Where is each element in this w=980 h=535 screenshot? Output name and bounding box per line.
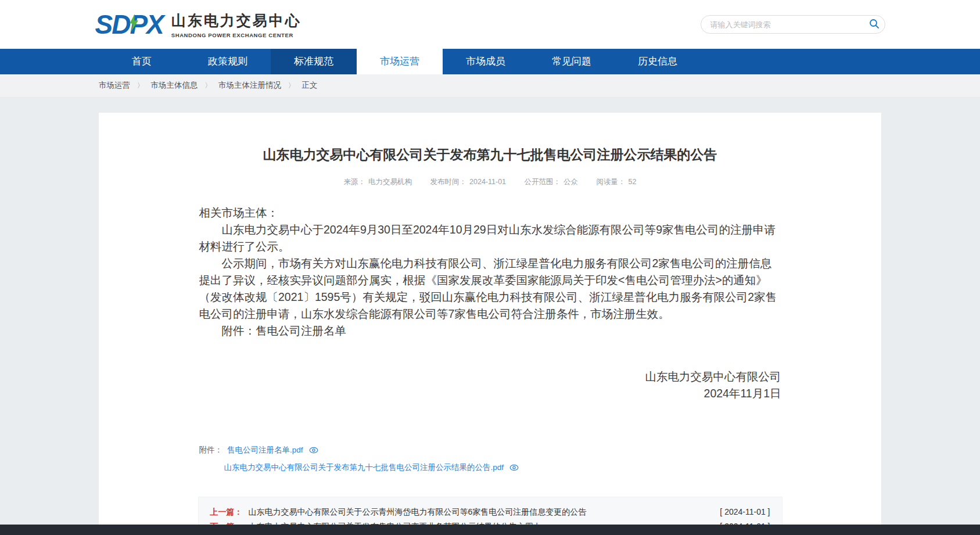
nav-item-home[interactable]: 首页 <box>99 49 185 74</box>
attachment-row: 附件： 售电公司注册名单.pdf <box>199 444 781 456</box>
breadcrumb-separator: 〉 <box>288 81 295 89</box>
article-title: 山东电力交易中心有限公司关于发布第九十七批售电公司注册公示结果的公告 <box>99 145 881 164</box>
nav-item-faq[interactable]: 常见问题 <box>529 49 615 74</box>
breadcrumb: 市场运营 〉 市场主体信息 〉 市场主体注册情况 〉 正文 <box>99 74 881 97</box>
search-button[interactable] <box>866 16 883 33</box>
article-body: 相关市场主体： 山东电力交易中心于2024年9月30日至2024年10月29日对… <box>199 204 781 402</box>
paragraph: 公示期间，市场有关方对山东赢伦电力科技有限公司、浙江绿星普化电力服务有限公司2家… <box>199 255 781 322</box>
logo-names: 山东电力交易中心 SHANDONG POWER EXCHANGE CENTER <box>171 11 301 38</box>
nav-item-market-operation[interactable]: 市场运营 <box>357 49 443 74</box>
breadcrumb-item-market-operation[interactable]: 市场运营 <box>99 81 130 89</box>
breadcrumb-item-registration-status[interactable]: 市场主体注册情况 <box>218 81 281 89</box>
article-card: 山东电力交易中心有限公司关于发布第九十七批售电公司注册公示结果的公告 来源：电力… <box>99 113 881 535</box>
preview-eye-icon[interactable] <box>309 446 318 455</box>
meta-scope-label: 公开范围： <box>525 178 561 186</box>
search-icon <box>869 19 880 29</box>
attachments: 附件： 售电公司注册名单.pdf 山东电力交易中心有限公司关于发布第九十七批售电… <box>199 444 781 473</box>
nav-item-market-members[interactable]: 市场成员 <box>443 49 529 74</box>
signature-company: 山东电力交易中心有限公司 <box>199 368 781 385</box>
breadcrumb-bar: 市场运营 〉 市场主体信息 〉 市场主体注册情况 〉 正文 <box>0 74 980 98</box>
prev-article-row: 上一篇： 山东电力交易中心有限公司关于公示青州海岱电力有限公司等6家售电公司注册… <box>210 505 770 519</box>
prev-label: 上一篇： <box>210 505 243 519</box>
breadcrumb-separator: 〉 <box>137 81 144 89</box>
meta-time-label: 发布时间： <box>430 178 467 186</box>
main-nav: 首页 政策规则 标准规范 市场运营 市场成员 常见问题 历史信息 <box>0 49 980 74</box>
article-meta: 来源：电力交易机构 发布时间：2024-11-01 公开范围：公众 阅读量：52 <box>99 177 881 187</box>
meta-publish-time: 发布时间：2024-11-01 <box>430 178 507 186</box>
site-logo[interactable]: SDPX 山东电力交易中心 SHANDONG POWER EXCHANGE CE… <box>95 9 301 40</box>
attachment-row: 山东电力交易中心有限公司关于发布第九十七批售电公司注册公示结果的公告.pdf <box>199 461 781 473</box>
breadcrumb-item-current: 正文 <box>302 81 318 89</box>
prev-article-date: [ 2024-11-01 ] <box>720 505 770 519</box>
nav-item-policy-rules[interactable]: 政策规则 <box>185 49 271 74</box>
paragraph: 附件：售电公司注册名单 <box>199 322 781 339</box>
lightning-bolt-icon <box>130 13 138 32</box>
breadcrumb-separator: 〉 <box>204 81 211 89</box>
search-box <box>701 15 885 34</box>
meta-source: 来源：电力交易机构 <box>344 178 412 186</box>
logo-name-en: SHANDONG POWER EXCHANGE CENTER <box>171 32 301 38</box>
paragraph: 相关市场主体： <box>199 204 781 221</box>
search-input[interactable] <box>701 15 885 34</box>
nav-item-history[interactable]: 历史信息 <box>615 49 701 74</box>
footer-strip <box>0 525 980 535</box>
meta-source-label: 来源： <box>344 178 366 186</box>
site-header: SDPX 山东电力交易中心 SHANDONG POWER EXCHANGE CE… <box>0 0 980 49</box>
attachments-label: 附件： <box>199 444 223 456</box>
page: SDPX 山东电力交易中心 SHANDONG POWER EXCHANGE CE… <box>0 0 980 535</box>
attachment-link-announcement-pdf[interactable]: 山东电力交易中心有限公司关于发布第九十七批售电公司注册公示结果的公告.pdf <box>224 461 504 473</box>
meta-scope: 公开范围：公众 <box>525 178 579 186</box>
meta-views-label: 阅读量： <box>597 178 626 186</box>
paragraph: 山东电力交易中心于2024年9月30日至2024年10月29日对山东水发综合能源… <box>199 221 781 255</box>
logo-mark: SDPX <box>95 9 163 40</box>
prev-article-link[interactable]: 山东电力交易中心有限公司关于公示青州海岱电力有限公司等6家售电公司注册信息变更的… <box>249 505 709 519</box>
meta-time-value: 2024-11-01 <box>469 178 506 186</box>
breadcrumb-item-market-subject-info[interactable]: 市场主体信息 <box>151 81 198 89</box>
meta-views: 阅读量：52 <box>597 178 637 186</box>
signature-date: 2024年11月1日 <box>199 385 781 402</box>
logo-name-cn: 山东电力交易中心 <box>171 11 301 30</box>
meta-source-value: 电力交易机构 <box>368 178 412 186</box>
meta-views-value: 52 <box>629 178 637 186</box>
preview-eye-icon[interactable] <box>509 463 519 472</box>
nav-item-standards[interactable]: 标准规范 <box>271 49 357 74</box>
attachment-link-register-list[interactable]: 售电公司注册名单.pdf <box>227 444 303 456</box>
meta-scope-value: 公众 <box>563 178 578 186</box>
